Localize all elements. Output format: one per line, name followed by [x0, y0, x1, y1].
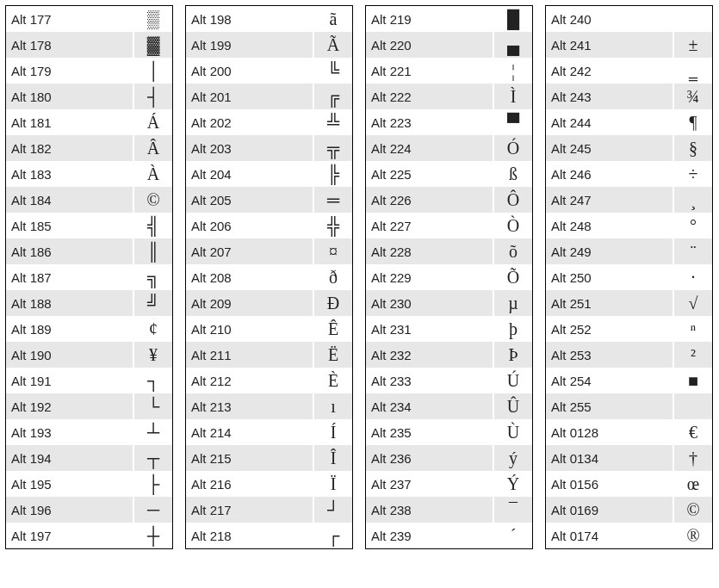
- alt-code-symbol: Ò: [493, 213, 532, 238]
- alt-code-symbol: [673, 6, 712, 32]
- table-row: Alt 217┘: [186, 497, 352, 523]
- table-row: Alt 230µ: [366, 290, 532, 316]
- alt-code-symbol: Â: [133, 135, 172, 161]
- table-row: Alt 209Ð: [186, 290, 352, 316]
- table-row: Alt 203╦: [186, 135, 352, 161]
- table-row: Alt 231þ: [366, 316, 532, 342]
- table-row: Alt 229Õ: [366, 264, 532, 290]
- table-row: Alt 195├: [6, 471, 172, 497]
- alt-code-symbol: ð: [313, 264, 352, 290]
- alt-code-label: Alt 242: [546, 58, 673, 84]
- alt-code-symbol: Ù: [493, 419, 532, 445]
- table-row: Alt 198ã: [186, 6, 352, 32]
- table-row: Alt 236ý: [366, 445, 532, 471]
- alt-code-label: Alt 183: [6, 161, 133, 187]
- alt-code-label: Alt 249: [546, 238, 673, 264]
- alt-code-symbol: Î: [313, 445, 352, 471]
- table-row: Alt 199Ã: [186, 32, 352, 58]
- alt-code-symbol: ¥: [133, 342, 172, 368]
- alt-code-label: Alt 199: [186, 32, 313, 58]
- alt-code-label: Alt 238: [366, 497, 493, 523]
- table-row: Alt 196─: [6, 497, 172, 523]
- alt-code-symbol: €: [673, 419, 712, 445]
- alt-code-label: Alt 189: [6, 316, 133, 342]
- alt-code-label: Alt 251: [546, 290, 673, 316]
- alt-code-symbol: ╚: [313, 58, 352, 84]
- alt-code-label: Alt 241: [546, 32, 673, 58]
- table-row: Alt 213ı: [186, 393, 352, 419]
- table-row: Alt 208ð: [186, 264, 352, 290]
- alt-code-label: Alt 225: [366, 161, 493, 187]
- table-row: Alt 253²: [546, 342, 712, 368]
- table-row: Alt 178▓: [6, 32, 172, 58]
- table-row: Alt 252ⁿ: [546, 316, 712, 342]
- alt-code-label: Alt 227: [366, 213, 493, 238]
- alt-code-label: Alt 221: [366, 58, 493, 84]
- alt-code-symbol: Û: [493, 393, 532, 419]
- alt-code-label: Alt 226: [366, 187, 493, 213]
- alt-code-symbol: ©: [133, 187, 172, 213]
- table-row: Alt 187╗: [6, 264, 172, 290]
- alt-code-symbol: Í: [313, 419, 352, 445]
- table-row: Alt 0169©: [546, 497, 712, 523]
- table-row: Alt 237Ý: [366, 471, 532, 497]
- alt-code-symbol: ¾: [673, 84, 712, 109]
- alt-code-symbol: ┤: [133, 84, 172, 109]
- alt-code-label: Alt 205: [186, 187, 313, 213]
- table-row: Alt 191┐: [6, 368, 172, 393]
- alt-code-symbol: Ú: [493, 368, 532, 393]
- alt-code-symbol: Ý: [493, 471, 532, 497]
- alt-code-label: Alt 247: [546, 187, 673, 213]
- table-row: Alt 232Þ: [366, 342, 532, 368]
- alt-code-symbol: ■: [673, 368, 712, 393]
- alt-code-label: Alt 214: [186, 419, 313, 445]
- alt-code-symbol: ╦: [313, 135, 352, 161]
- alt-code-label: Alt 179: [6, 58, 133, 84]
- alt-code-symbol: Ð: [313, 290, 352, 316]
- alt-code-label: Alt 216: [186, 471, 313, 497]
- alt-code-symbol: └: [133, 393, 172, 419]
- column-3: Alt 219█Alt 220▄Alt 221¦Alt 222ÌAlt 223▀…: [365, 5, 533, 549]
- table-row: Alt 244¶: [546, 109, 712, 135]
- alt-code-label: Alt 193: [6, 419, 133, 445]
- alt-code-symbol: ╗: [133, 264, 172, 290]
- table-row: Alt 221¦: [366, 58, 532, 84]
- alt-code-symbol: ©: [673, 497, 712, 523]
- alt-code-symbol: ¢: [133, 316, 172, 342]
- alt-code-label: Alt 195: [6, 471, 133, 497]
- table-row: Alt 200╚: [186, 58, 352, 84]
- alt-code-symbol: Á: [133, 109, 172, 135]
- alt-code-symbol: │: [133, 58, 172, 84]
- alt-code-label: Alt 232: [366, 342, 493, 368]
- table-row: Alt 215Î: [186, 445, 352, 471]
- table-row: Alt 183À: [6, 161, 172, 187]
- alt-code-symbol: √: [673, 290, 712, 316]
- table-row: Alt 0128€: [546, 419, 712, 445]
- table-row: Alt 181Á: [6, 109, 172, 135]
- alt-code-symbol: ╣: [133, 213, 172, 238]
- alt-code-symbol: Ì: [493, 84, 532, 109]
- table-row: Alt 220▄: [366, 32, 532, 58]
- alt-code-symbol: Ï: [313, 471, 352, 497]
- alt-code-symbol: ╔: [313, 84, 352, 109]
- alt-code-symbol: ┼: [133, 523, 172, 548]
- alt-code-label: Alt 213: [186, 393, 313, 419]
- alt-code-symbol: ±: [673, 32, 712, 58]
- alt-code-symbol: ¶: [673, 109, 712, 135]
- alt-code-label: Alt 210: [186, 316, 313, 342]
- table-row: Alt 234Û: [366, 393, 532, 419]
- table-row: Alt 250·: [546, 264, 712, 290]
- table-row: Alt 202╩: [186, 109, 352, 135]
- alt-code-symbol: Õ: [493, 264, 532, 290]
- alt-code-symbol: ¯: [493, 497, 532, 523]
- alt-code-symbol: ¨: [673, 238, 712, 264]
- alt-code-symbol: ²: [673, 342, 712, 368]
- table-row: Alt 255: [546, 393, 712, 419]
- alt-code-label: Alt 184: [6, 187, 133, 213]
- alt-code-label: Alt 253: [546, 342, 673, 368]
- alt-code-symbol: ╠: [313, 161, 352, 187]
- table-row: Alt 186║: [6, 238, 172, 264]
- alt-code-symbol: ⁿ: [673, 316, 712, 342]
- table-row: Alt 190¥: [6, 342, 172, 368]
- table-row: Alt 210Ê: [186, 316, 352, 342]
